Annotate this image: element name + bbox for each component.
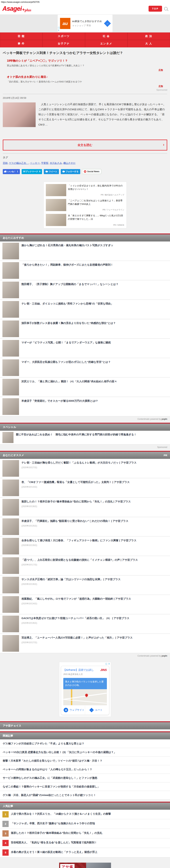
native-ads-block: 「トイレが必ず詰まります」飲む腸内洗浄で10年分の宿便がドバババッ！ PR / … [44,182,127,228]
website-button[interactable]: ウェブサイト [63,705,85,715]
ad-title: 夫「体エロすぎて興奮する…」66kgだった私が1日1回の習慣で激ヤセした…法 [68,214,124,221]
list-item[interactable]: 「後ろから突きたい！」岡副麻希、猫伸びポーズにまたも妄想爆発の声殺到！ [0,261,170,280]
popin-credit: Contentmatic powered by popIn [0,416,170,421]
list-item[interactable]: 「恋つづ」、上白石萌音に欲望全開となる佐藤健の演技に「イメチェン模索?」の声 |… [0,556,170,576]
list-item[interactable]: 髪に不安があればこれを読め！ 薄毛に悩む中高年の不満に対する専門家の回答が的確で… [0,431,170,444]
site-logo[interactable]: Asagei+plus [2,5,31,12]
ad-pr-credit: PR / 株式会社ヘルスアップ [68,193,124,196]
read-more-button[interactable]: 全文を読む › [3,140,167,151]
list-item[interactable]: マギーが「ピラティス写真」公開！「まるでアンダーウエア」な服装に騒然 [0,339,170,358]
list-item[interactable]: サンスポ水戸正晴の「絶対万券」論「穴はシヴァージの強烈な末脚」 | アサ芸プラス… [0,576,170,595]
nav-item-geino[interactable]: 芸 能 [0,32,43,40]
search-icon[interactable] [164,7,168,10]
text-ad-headline[interactable]: 18年物のシミが「ニベア+〇〇」でゴッソリ！？ [7,59,163,63]
list-item[interactable]: 宮迫博之、「ユーチューバー人気のV字回復に必要！」と声が上がった「相方」 | ア… [0,634,170,653]
top-button[interactable]: TOP [148,6,162,12]
list-item[interactable]: ゲス極・川谷、新恋人が“因縁”のmiwa似だったことでネット民が総ツッコミ！ [0,791,170,800]
ad-info-icon[interactable]: ⓘ [105,663,107,665]
tag-link[interactable]: 磯山さやか [63,162,76,164]
list-item[interactable]: 米倉涼子、「円満退社」強調も“額面通りに受け取れない”これだけの理由！ | アサ… [0,517,170,536]
article-thumbnail [2,340,19,356]
list-item[interactable]: 服から胸がこぼれる！石川秀美の娘・薬丸玲美の極大バスト写真がスゴすぎッ [0,242,170,261]
text-ad-headline[interactable]: オトナ肌の生まれ変わりに着目♪ [7,75,163,79]
native-ad[interactable]: 「ニベアと〇〇を混ぜればシミは簡単だよ？」美容専門家の暴露でSNS炎上 PR /… [45,197,125,213]
arrow-diamond-icon[interactable]: → [104,20,111,27]
list-item[interactable]: GACKTは本気度ゼロでお遊び？/芸能ユーチューバー「成否の境い目」（6） | … [0,614,170,634]
list-item[interactable]: テレ朝・三谷紬、ダイエットに挑戦も“男性ファンから悲鳴”の「切実な理由」 [0,300,170,319]
tag-link[interactable]: ゲスの極み乙女。 [9,162,29,164]
ad-info-icon[interactable]: ⓘ [58,27,60,29]
nav-item-otona[interactable]: 大 人 [127,40,170,48]
nav-item-joshiana[interactable]: 女子アナ [43,40,85,48]
ad-close-icon[interactable]: X [58,29,60,32]
browser-url-text: https://www.asagei.com/excerpt/50705 [0,0,170,4]
ad-close-icon[interactable]: X [108,663,110,665]
nav-item-jiken[interactable]: 事 件 [0,40,43,48]
ranked-item[interactable]: 1人前で夜の営みを！？沢尻エリカ、「18歳からクスリ漬け＆ハメまくり生活」の衝撃 [0,810,170,819]
article-thumbnail [2,635,19,652]
list-item[interactable]: ベッキーへの同情が集まるのはやはり「人の噂も七十五日」だったから！？ [0,765,170,774]
list-item[interactable]: 熊田曜子、〈男子禁制〉胸ドアップ公開動画の「まるでマッパ！」なシーンとは？ [0,280,170,300]
article-title: GACKTは本気度ゼロでお遊び？/芸能ユーチューバー「成否の境い目」（6） | … [22,616,129,620]
list-item[interactable]: サービス精神なしのゲスの極み乙女。に「武道館の意味なし！」とファンが激怒 [0,774,170,782]
list-item[interactable]: マギー、大胆肌見せ私服公開もファンが思わず口にした“的確な苦言”とは？ [0,358,170,378]
ranked-item[interactable]: 3落胆したの！？桜井日奈子の“橋本環奈絡み”告白に世間から「失礼！」の洗礼 [0,829,170,838]
banner-asajan[interactable]: アサ雀 意外と知らない!?麻雀の世界 [59,863,111,868]
tag-link[interactable]: ベッキー [30,162,40,164]
article-date: (2020年3月25日) [22,524,128,527]
special-list: 髪に不安があればこれを読め！ 薄毛に悩む中高年の不満に対する専門家の回答が的確で… [0,431,170,444]
ranked-item[interactable]: 2「サンジャポ」卒業、西川史子“激痩せ”も指摘されたキャラ作りの苦悩 [0,819,170,829]
article-thumbnail [2,432,13,443]
list-item[interactable]: 米倉涼子「突発退社」でオスカーが被る5000万円の大損害とは!? [0,397,170,416]
nav-item-sports[interactable]: スポーツ [43,32,85,40]
facebook-like-button[interactable]: いいね！ 1 [3,169,20,174]
list-item[interactable]: 深田恭子が妖艶ドレス姿を披露！胸の渓谷より目を引いた“肉感的な部位”とは？ [0,319,170,339]
tweet-button[interactable]: ツイート [44,169,59,174]
twitter-follow-button[interactable]: フォローする [61,169,80,174]
article-photo [3,102,36,127]
native-ad[interactable]: 「トイレが必ず詰まります」飲む腸内洗浄で10年分の宿便がドバババッ！ PR / … [45,183,125,197]
text-ad-1[interactable]: 18年物のシミが「ニベア+〇〇」でゴッソリ！？ 実は洗顔後にあるモノ塗るとシミが… [7,59,163,72]
section-header-osusume: あなたにオススメ PR [0,451,170,459]
section-header-related: 関連記事 [0,732,170,739]
social-buttons: いいね！ 1 B!ブックマーク 0 ツイート フォローする Social New… [3,169,167,174]
section-title: 人気記事 [3,804,13,808]
list-item[interactable]: 全身を揺らして喜び表現！川口春奈、「フィギュアスケート動画」にファン大興奮 | … [0,536,170,556]
ad-title: 「トイレが必ず詰まります」飲む腸内洗浄で10年分の宿便がドバババッ！ [68,184,124,191]
map-pin-icon [84,693,89,698]
section-title: 関連記事 [3,734,13,738]
list-item[interactable]: 杏、「CMオファー激減危機」報道も「女優として可能性広がった」太鼓判！ | アサ… [0,478,170,498]
list-item[interactable]: テレ朝・三谷紬が胸を揺らし汗だく奮闘！「ぶるるんトレ動画」が大注目モノだッ | … [0,459,170,478]
ad-thumbnail [46,184,66,196]
list-item[interactable]: 相葉雅紀、「嵐にしやがれ」ロケ地でファンが「迷惑行為」大騒動の一部始終 | アサ… [0,595,170,614]
article-title: 人前で夜の営みを！？沢尻エリカ、「18歳からクスリ漬け＆ハメまくり生活」の衝撃 [11,811,111,816]
native-ad[interactable]: 夫「体エロすぎて興奮する…」66kgだった私が1日1回の習慣で激ヤセした…法 P… [45,213,125,227]
article-title: 「恋つづ」、上白石萌音に欲望全開となる佐藤健の演技に「イメチェン模索?」の声 |… [22,557,138,562]
tag-link[interactable]: 平愛梨 [41,162,48,164]
list-item[interactable]: 沢尻エリカ、「薬と男に溺れた」素顔！（4）“大人の関係”求め始めた相手の面々 [0,378,170,397]
article-date: (2020年3月10日) [22,486,130,489]
nav-item-shakai[interactable]: 社 会 [85,32,128,40]
list-item[interactable]: なぜこの番組！？復帰のベッキーに音楽ファンが危惧する「川谷絵音の後釜探し」 [0,782,170,791]
route-button[interactable]: ルート [85,705,107,715]
tag-link[interactable]: 水川あさみ [50,162,62,164]
social-news-button[interactable]: Social News [82,169,101,174]
hatena-bookmark-button[interactable]: B!ブックマーク 0 [22,169,42,174]
article-title: 「後ろから突きたい！」岡副麻希、猫伸びポーズにまたも妄想爆発の声殺到！ [22,262,113,279]
tag-link[interactable]: 芸能 [3,162,8,164]
list-item[interactable]: 落胆したの！？桜井日奈子の“橋本環奈絡み”告白に世間から「失礼！」の洗礼 | ア… [0,498,170,517]
globe-icon [63,708,68,712]
nav-item-entame[interactable]: エンタメ [85,40,128,48]
rank-badge: 5 [2,849,9,856]
article-excerpt-text: 人気ミュージシャンとの不貞行為疑惑が原因で、早くも風邪薬のCMで映像差し替えが決… [38,103,166,126]
text-ad-2[interactable]: オトナ肌の生まれ変わりに着目♪ 「顔の黒垢」落ち方がヤバい！新発売の生バームがS… [7,75,163,88]
jins-map-ad[interactable]: ⓘ X 【Airframe】店頭でお試し JINS 島忠草加舎人店 JINS 薄… [59,662,111,717]
list-item[interactable]: 衝撃！川本真琴「わたしの彼氏を取らないで」ツイートの“彼氏”はゲス極・川谷！？ [0,756,170,765]
ranked-item[interactable]: 5水着の奥が見えそう！菜々緒の肌見せ動画に「チラっと見え」疑惑が浮上 [0,848,170,858]
ranked-item[interactable]: 4安倍昭恵夫人、「私的な“桜を見る会”を楽しんだ」写真報道で批判殺到！ [0,838,170,848]
au-ad-card[interactable]: au au家族でんき割がおすすめ ａｕショップ 草加 → ⓘ X [57,14,113,32]
nav-item-seiji[interactable]: 政 治 [127,32,170,40]
list-item[interactable]: ゲス極ファンが川谷絵音にブチギレた「不貞」よりも重大な罪とは？ [0,739,170,748]
article-date: 2016年1月14日 09:59 [3,96,167,100]
list-item[interactable]: ベッキーVS矢口真里 恋愛暴走力を洗い出し比較！ (3) 「矢口に学ぶベッキーの… [0,748,170,757]
